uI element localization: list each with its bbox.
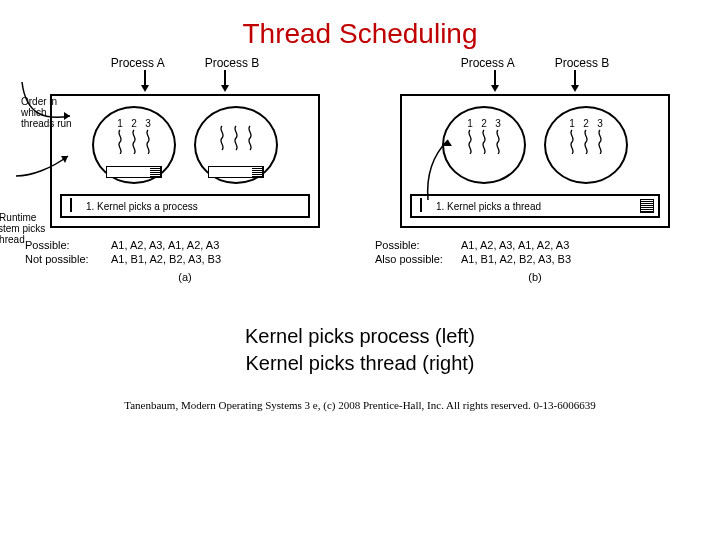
svg-marker-0 <box>64 112 70 120</box>
notpossible-value: A1, B1, A2, B2, A3, B3 <box>111 253 221 265</box>
thread-icon <box>246 120 254 154</box>
caption-line-2: Kernel picks thread (right) <box>0 350 720 377</box>
page-title: Thread Scheduling <box>0 0 720 56</box>
user-space-box: 2. Runtime system picks a thread 1 <box>50 94 320 228</box>
credit-line: Tanenbaum, Modern Operating Systems 3 e,… <box>0 399 720 411</box>
order-arrow-icon <box>16 76 86 136</box>
thread-icon: 1 <box>568 120 576 154</box>
also-value: A1, B1, A2, B2, A3, B3 <box>461 253 571 265</box>
label-process-b: Process B <box>555 56 610 70</box>
thread-icon <box>232 120 240 154</box>
possible-value: A1, A2, A3, A1, A2, A3 <box>111 239 219 251</box>
kernel-label: 1. Kernel picks a thread <box>436 201 541 212</box>
panel-right: Process A Process B 1 <box>375 56 695 283</box>
process-a-circle: 1 2 3 <box>92 106 176 184</box>
runtime-box-icon <box>208 166 264 178</box>
process-labels-left: Process A Process B <box>25 56 345 70</box>
also-label: Also possible: <box>375 252 461 266</box>
user-space-box: 1 2 3 <box>400 94 670 228</box>
thread-icon: 2 <box>582 120 590 154</box>
thread-icon: 2 <box>130 120 138 154</box>
runtime-box-icon <box>106 166 162 178</box>
label-process-a: Process A <box>461 56 515 70</box>
kernel-box: 1. Kernel picks a process <box>60 194 310 218</box>
kernel-label: 1. Kernel picks a process <box>86 201 198 212</box>
thread-icon: 3 <box>596 120 604 154</box>
kernel-box: 1. Kernel picks a thread <box>410 194 660 218</box>
process-b-circle: 1 2 3 <box>544 106 628 184</box>
diagram-row: Order in which threads run Process A Pro… <box>0 56 720 283</box>
process-a-circle: 1 2 3 <box>442 106 526 184</box>
thread-icon: 1 <box>116 120 124 154</box>
notpossible-label: Not possible: <box>25 252 111 266</box>
thread-icon: 2 <box>480 120 488 154</box>
kernel-slot-icon <box>640 199 654 213</box>
label-process-a: Process A <box>111 56 165 70</box>
thread-icon: 3 <box>144 120 152 154</box>
possible-value: A1, A2, A3, A1, A2, A3 <box>461 239 569 251</box>
step2-label: 2. Runtime system picks a thread <box>0 212 48 245</box>
process-labels-right: Process A Process B <box>375 56 695 70</box>
thread-icon <box>218 120 226 154</box>
possible-block-left: Possible:A1, A2, A3, A1, A2, A3 Not poss… <box>25 238 345 267</box>
label-process-b: Process B <box>205 56 260 70</box>
possible-label: Possible: <box>375 238 461 252</box>
subfig-label: (a) <box>25 271 345 283</box>
possible-block-right: Possible:A1, A2, A3, A1, A2, A3 Also pos… <box>375 238 695 267</box>
thread-icon: 1 <box>466 120 474 154</box>
thread-icon: 3 <box>494 120 502 154</box>
step2-arrow-icon <box>12 148 82 188</box>
subfig-label: (b) <box>375 271 695 283</box>
process-b-circle <box>194 106 278 184</box>
main-captions: Kernel picks process (left) Kernel picks… <box>0 323 720 377</box>
panel-left: Order in which threads run Process A Pro… <box>25 56 345 283</box>
caption-line-1: Kernel picks process (left) <box>0 323 720 350</box>
